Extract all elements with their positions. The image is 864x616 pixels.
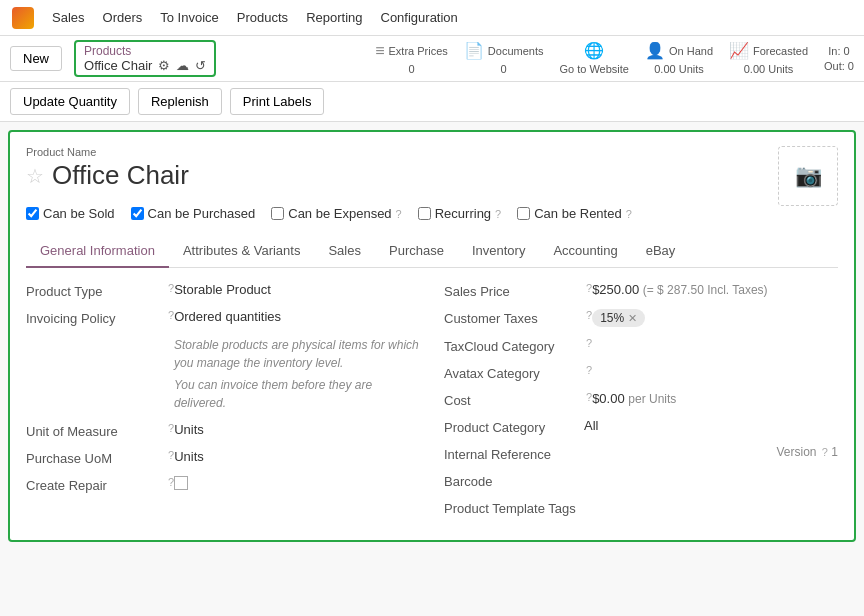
tab-sales[interactable]: Sales	[314, 235, 375, 268]
barcode-field: Barcode	[444, 472, 838, 489]
refresh-icon[interactable]: ↺	[195, 58, 206, 73]
go-to-website-button[interactable]: 🌐 Go to Website	[559, 41, 629, 76]
breadcrumb-current-label: Office Chair	[84, 58, 152, 73]
product-title[interactable]: Office Chair	[52, 160, 189, 191]
tab-purchase[interactable]: Purchase	[375, 235, 458, 268]
avatax-category-field: Avatax Category?	[444, 364, 838, 381]
form-right: Sales Price? $250.00 (= $ 287.50 Incl. T…	[444, 282, 838, 526]
camera-icon: 📷	[795, 163, 822, 189]
customer-taxes-field: Customer Taxes? 15% ✕	[444, 309, 838, 327]
cost-value[interactable]: $0.00	[592, 391, 625, 406]
recurring-help-icon: ?	[495, 208, 501, 220]
product-type-value[interactable]: Storable Product	[174, 282, 420, 297]
breadcrumb: Products Office Chair ⚙ ☁ ↺	[74, 40, 216, 77]
extra-prices-icon: ≡	[375, 41, 384, 62]
product-name-label: Product Name	[26, 146, 778, 158]
forecasted-button[interactable]: 📈 Forecasted 0.00 Units	[729, 41, 808, 76]
print-labels-button[interactable]: Print Labels	[230, 88, 325, 115]
version-help-icon: ?	[822, 446, 828, 458]
go-to-website-label: Go to Website	[559, 62, 629, 76]
purchase-uom-value[interactable]: Units	[174, 449, 420, 464]
can-be-purchased-checkbox[interactable]: Can be Purchased	[131, 206, 256, 221]
recurring-checkbox[interactable]: Recurring ?	[418, 206, 501, 221]
app-icon	[12, 7, 34, 29]
website-icon: 🌐	[584, 41, 604, 62]
main-content: Product Name ☆ Office Chair 📷 Can be Sol…	[8, 130, 856, 542]
action-bar: New Products Office Chair ⚙ ☁ ↺ ≡ Extra …	[0, 36, 864, 82]
breadcrumb-parent[interactable]: Products	[84, 44, 206, 58]
replenish-button[interactable]: Replenish	[138, 88, 222, 115]
nav-sales[interactable]: Sales	[52, 10, 85, 25]
product-category-value[interactable]: All	[584, 418, 838, 433]
top-nav: Sales Orders To Invoice Products Reporti…	[0, 0, 864, 36]
create-repair-checkbox[interactable]	[174, 476, 188, 490]
tab-accounting[interactable]: Accounting	[539, 235, 631, 268]
unit-of-measure-field: Unit of Measure? Units	[26, 422, 420, 439]
sales-price-field: Sales Price? $250.00 (= $ 287.50 Incl. T…	[444, 282, 838, 299]
toolbar-right: ≡ Extra Prices 0 📄 Documents 0 🌐 Go to W…	[375, 41, 854, 76]
secondary-toolbar: Update Quantity Replenish Print Labels	[0, 82, 864, 122]
on-hand-value: 0.00 Units	[654, 62, 704, 76]
taxcloud-help-icon: ?	[586, 337, 592, 349]
tab-attributes-variants[interactable]: Attributes & Variants	[169, 235, 315, 268]
update-quantity-button[interactable]: Update Quantity	[10, 88, 130, 115]
forecasted-label: Forecasted	[753, 44, 808, 58]
cost-field: Cost? $0.00 per Units	[444, 391, 838, 408]
nav-orders[interactable]: Orders	[103, 10, 143, 25]
gear-icon[interactable]: ⚙	[158, 58, 170, 73]
in-value: In: 0	[828, 44, 849, 58]
sales-price-value[interactable]: $250.00	[592, 282, 639, 297]
unit-of-measure-value[interactable]: Units	[174, 422, 420, 437]
product-type-field: Product Type? Storable Product	[26, 282, 420, 299]
tax-value: 15%	[600, 311, 624, 325]
cloud-icon[interactable]: ☁	[176, 58, 189, 73]
can-be-rented-checkbox[interactable]: Can be Rented ?	[517, 206, 632, 221]
product-image[interactable]: 📷	[778, 146, 838, 206]
documents-icon: 📄	[464, 41, 484, 62]
sales-price-incl: (= $ 287.50 Incl. Taxes)	[643, 283, 768, 297]
create-repair-checkbox-value	[174, 476, 420, 493]
nav-reporting[interactable]: Reporting	[306, 10, 362, 25]
checkboxes-row: Can be Sold Can be Purchased Can be Expe…	[26, 206, 838, 221]
on-hand-label: On Hand	[669, 44, 713, 58]
forecasted-value: 0.00 Units	[744, 62, 794, 76]
purchase-uom-field: Purchase UoM? Units	[26, 449, 420, 466]
create-repair-field: Create Repair?	[26, 476, 420, 493]
can-be-expensed-help-icon: ?	[396, 208, 402, 220]
tax-remove-icon[interactable]: ✕	[628, 312, 637, 325]
version-value: 1	[831, 445, 838, 459]
nav-configuration[interactable]: Configuration	[381, 10, 458, 25]
version-label: Version	[776, 445, 816, 459]
in-out-section: In: 0 Out: 0	[824, 44, 854, 73]
extra-prices-count: 0	[408, 62, 414, 76]
out-value: Out: 0	[824, 59, 854, 73]
invoicing-policy-field: Invoicing Policy? Ordered quantities	[26, 309, 420, 326]
on-hand-button[interactable]: 👤 On Hand 0.00 Units	[645, 41, 713, 76]
documents-button[interactable]: 📄 Documents 0	[464, 41, 544, 76]
hint-text-1: Storable products are physical items for…	[174, 336, 420, 372]
on-hand-icon: 👤	[645, 41, 665, 62]
nav-products[interactable]: Products	[237, 10, 288, 25]
extra-prices-label: Extra Prices	[389, 44, 448, 58]
extra-prices-button[interactable]: ≡ Extra Prices 0	[375, 41, 448, 76]
can-be-rented-help-icon: ?	[626, 208, 632, 220]
nav-to-invoice[interactable]: To Invoice	[160, 10, 219, 25]
tab-general-information[interactable]: General Information	[26, 235, 169, 268]
new-button[interactable]: New	[10, 46, 62, 71]
tabs: General Information Attributes & Variant…	[26, 235, 838, 268]
forecasted-icon: 📈	[729, 41, 749, 62]
can-be-expensed-checkbox[interactable]: Can be Expensed ?	[271, 206, 401, 221]
can-be-sold-checkbox[interactable]: Can be Sold	[26, 206, 115, 221]
product-template-tags-field: Product Template Tags	[444, 499, 838, 516]
tab-inventory[interactable]: Inventory	[458, 235, 539, 268]
form-left: Product Type? Storable Product Invoicing…	[26, 282, 420, 526]
cost-per-units: per Units	[628, 392, 676, 406]
taxcloud-category-field: TaxCloud Category?	[444, 337, 838, 354]
favorite-star-icon[interactable]: ☆	[26, 164, 44, 188]
hint-text-2: You can invoice them before they are del…	[174, 376, 420, 412]
invoicing-policy-value[interactable]: Ordered quantities	[174, 309, 420, 324]
internal-reference-field: Internal Reference Version ? 1	[444, 445, 838, 462]
tab-ebay[interactable]: eBay	[632, 235, 690, 268]
avatax-help-icon: ?	[586, 364, 592, 376]
form-body: Product Type? Storable Product Invoicing…	[26, 282, 838, 526]
